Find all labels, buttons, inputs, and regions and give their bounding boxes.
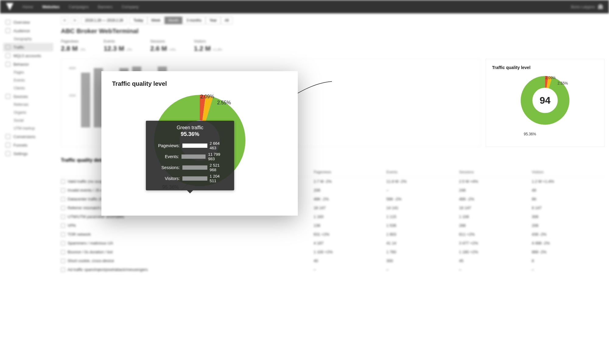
yellow-pct-label: 2.55% [558,81,568,85]
sidebar-icon [5,28,10,33]
sidebar-subitem[interactable]: Organic [3,109,53,116]
period-button[interactable]: Month [164,16,182,24]
metric: Pageviews2.8 M-2% [61,39,86,53]
prev-button[interactable]: < [61,16,69,24]
period-button[interactable]: 3 months [182,16,205,24]
sidebar-item[interactable]: Conversions [3,132,53,141]
table-row[interactable]: Spammers / malicious UA4 18741 143 477 +… [61,239,604,248]
logo-icon [6,3,13,10]
sidebar-subitem[interactable]: Events [3,76,53,84]
traffic-quality-widget: Traffic quality level 94 2.09% 2.55% 95.… [486,59,604,147]
nav-item[interactable]: Campaigns [69,5,89,9]
widget-title: Traffic quality level [492,65,598,70]
checkbox-icon[interactable] [61,224,65,228]
traffic-quality-modal: Traffic quality level 2.09% 2.55% 95.36%… [101,71,298,216]
sidebar-icon [5,20,10,25]
period-button[interactable]: Year [206,16,221,24]
period-button[interactable]: Today [129,16,147,24]
checkbox-icon[interactable] [61,215,65,219]
metric: Sessions2.6 M+4% [150,39,175,53]
date-range[interactable]: 2019.1.28 — 2019.2.28 [81,16,127,24]
sidebar-icon [5,151,10,156]
chart-bar [81,73,90,127]
nav-item[interactable]: Banners [98,5,112,9]
checkbox-icon[interactable] [61,232,65,237]
nav-item[interactable]: Company [122,5,139,9]
sidebar-item[interactable]: Overview [3,18,53,26]
checkbox-icon[interactable] [61,179,65,184]
sidebar: OverviewAudienceGeographyTrafficMQL5 acc… [0,13,56,364]
next-button[interactable]: > [71,16,79,24]
donut-tooltip: Green traffic 95.36% Pageviews:2 664 463… [146,121,234,190]
sidebar-icon [5,143,10,147]
modal-red-pct: 2.09% [200,94,214,99]
sidebar-item[interactable]: Behavior [3,60,53,68]
bell-icon[interactable] [598,4,603,9]
table-row[interactable]: Ad traffic spam/inject/pixel/attack/mess… [61,265,604,274]
tooltip-row: Events:11 799 983 [153,152,227,161]
period-button[interactable]: Week [147,16,164,24]
toolbar: < > 2019.1.28 — 2019.2.28 TodayWeekMonth… [61,16,604,24]
nav-item[interactable]: Websites [42,5,60,9]
sidebar-icon [5,94,10,99]
checkbox-icon[interactable] [61,206,65,210]
checkbox-icon[interactable] [61,250,65,254]
tooltip-pct: 95.36% [153,131,227,137]
table-row[interactable]: VPN1381 536288208 [61,221,604,230]
period-button[interactable]: All [221,16,233,24]
red-pct-label: 2.09% [545,76,556,80]
sidebar-subitem[interactable]: Geography [3,35,53,43]
modal-title: Traffic quality level [112,80,287,87]
metric: Visitors1.2 M+1.4% [194,39,222,53]
checkbox-icon[interactable] [61,268,65,272]
sidebar-subitem[interactable]: Referrals [3,101,53,109]
sidebar-subitem[interactable]: Pages [3,68,53,76]
checkbox-icon[interactable] [61,241,65,245]
sidebar-item[interactable]: Sources [3,92,53,101]
sidebar-icon [5,134,10,139]
table-row[interactable]: TOR network631 +2%1 803611 +2%438 -2% [61,230,604,239]
sidebar-item[interactable]: Funnels [3,141,53,149]
sidebar-icon [5,45,10,50]
sidebar-subitem[interactable]: UTM markup [3,124,53,132]
checkbox-icon[interactable] [61,259,65,263]
metric: Events12.3 M-2% [104,39,132,53]
sidebar-icon [5,62,10,67]
sidebar-item[interactable]: MQL5 accounts [3,51,53,60]
sidebar-icon [5,53,10,58]
green-pct-label: 95.36% [524,132,536,136]
tooltip-row: Pageviews:2 664 463 [153,141,227,150]
top-nav: HomeWebsitesCampaignsBannersCompany Bori… [0,0,609,13]
table-row[interactable]: Short cookie, cross-device40300458 [61,256,604,265]
sidebar-item[interactable]: Audience [3,26,53,35]
page-title: ABC Broker WebTerminal [61,27,604,35]
checkbox-icon[interactable] [61,197,65,201]
tooltip-title: Green traffic [153,125,227,130]
modal-yellow-pct: 2.55% [217,100,231,106]
quality-score: 94 [534,89,556,111]
tooltip-row: Sessions:2 521 968 [153,163,227,172]
sidebar-subitem[interactable]: Clients [3,84,53,92]
metrics-row: Pageviews2.8 M-2%Events12.3 M-2%Sessions… [61,39,604,53]
tooltip-row: Visitors:1 204 511 [153,174,227,183]
sidebar-subitem[interactable]: Social [3,116,53,124]
table-row[interactable]: Bounce / 0s duration / bot1 100 +2%1 760… [61,248,604,256]
sidebar-item[interactable]: Settings [3,149,53,158]
sidebar-item[interactable]: Traffic [3,43,53,51]
nav-item[interactable]: Home [23,5,33,9]
user-name[interactable]: Boris Latypov [571,5,595,9]
checkbox-icon[interactable] [61,188,65,192]
